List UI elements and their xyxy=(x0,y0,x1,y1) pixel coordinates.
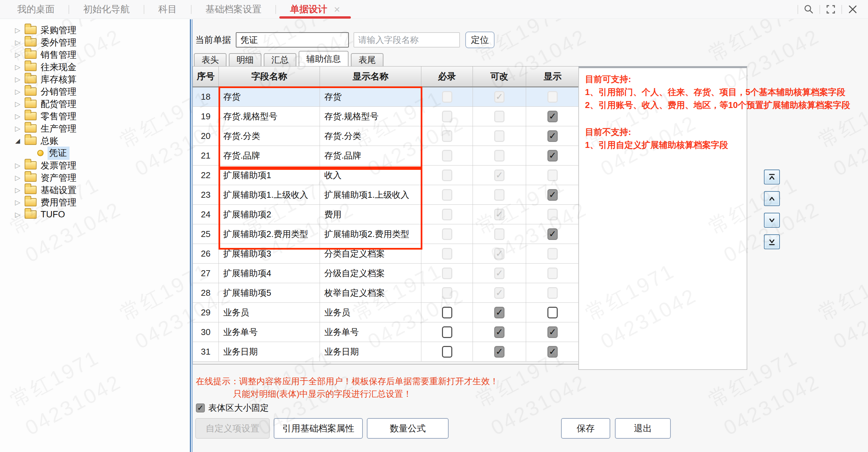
search-icon[interactable] xyxy=(798,0,819,19)
display-name-cell[interactable]: 业务日期 xyxy=(320,342,421,362)
field-name-cell[interactable]: 业务员 xyxy=(219,303,320,322)
sidebar-item-费用管理[interactable]: ▷费用管理 xyxy=(0,196,190,208)
field-search-input[interactable] xyxy=(353,32,460,47)
move-down-button[interactable] xyxy=(764,213,780,228)
save-button[interactable]: 保存 xyxy=(561,418,610,439)
tab-detail-section[interactable]: 明细 xyxy=(229,53,261,66)
visible-checkbox[interactable] xyxy=(548,307,558,318)
fullscreen-icon[interactable] xyxy=(820,0,841,19)
display-name-cell[interactable]: 扩展辅助项2.费用类型 xyxy=(320,224,421,244)
sidebar-item-生产管理[interactable]: ▷生产管理 xyxy=(0,122,190,135)
tab-summary-section[interactable]: 汇总 xyxy=(264,53,296,66)
top-tab-desktop[interactable]: 我的桌面 xyxy=(17,0,68,19)
tree-expand-icon[interactable]: ▷ xyxy=(13,112,23,120)
display-name-cell[interactable]: 分级自定义档案 xyxy=(320,264,421,283)
table-row-19[interactable]: 19存货.规格型号存货.规格型号 xyxy=(193,107,579,126)
top-tab-basic-archive[interactable]: 基础档案设置 xyxy=(191,0,275,19)
tree-expand-icon[interactable]: ▷ xyxy=(13,125,23,133)
field-name-cell[interactable]: 扩展辅助项3 xyxy=(219,244,320,264)
tree-expand-icon[interactable]: ▷ xyxy=(13,198,23,206)
tree-expand-icon[interactable]: ▷ xyxy=(13,75,23,84)
move-to-top-button[interactable] xyxy=(764,169,780,185)
tree-expand-icon[interactable]: ▷ xyxy=(13,51,23,59)
display-name-cell[interactable]: 枚举自定义档案 xyxy=(320,283,421,303)
field-name-cell[interactable]: 存货.分类 xyxy=(219,126,320,146)
visible-checkbox[interactable] xyxy=(548,189,558,201)
table-row-18[interactable]: 18存货存货 xyxy=(193,87,579,107)
editable-checkbox[interactable] xyxy=(494,326,504,338)
sidebar-item-库存核算[interactable]: ▷库存核算 xyxy=(0,73,190,86)
display-name-cell[interactable]: 收入 xyxy=(320,165,421,185)
sidebar-item-资产管理[interactable]: ▷资产管理 xyxy=(0,171,190,184)
sidebar-splitter[interactable] xyxy=(190,19,192,452)
field-name-cell[interactable]: 存货 xyxy=(219,87,320,107)
tab-footer-section[interactable]: 表尾 xyxy=(351,53,383,66)
close-icon[interactable] xyxy=(842,0,863,19)
table-row-23[interactable]: 23扩展辅助项1.上级收入扩展辅助项1.上级收入 xyxy=(193,185,579,205)
required-checkbox[interactable] xyxy=(442,326,452,338)
body-size-fixed-checkbox[interactable]: ✓ xyxy=(196,403,205,413)
sidebar-item-TUFO[interactable]: ▷TUFO xyxy=(0,208,190,221)
display-name-cell[interactable]: 费用 xyxy=(320,205,421,224)
field-name-cell[interactable]: 业务日期 xyxy=(219,342,320,362)
display-name-cell[interactable]: 存货 xyxy=(320,87,421,107)
display-name-cell[interactable]: 业务单号 xyxy=(320,322,421,342)
top-tab-init-nav[interactable]: 初始化导航 xyxy=(69,0,144,19)
editable-checkbox[interactable] xyxy=(494,307,504,318)
table-row-27[interactable]: 27扩展辅助项4分级自定义档案 xyxy=(193,264,579,283)
field-name-cell[interactable]: 扩展辅助项2 xyxy=(219,205,320,224)
field-name-cell[interactable]: 扩展辅助项5 xyxy=(219,283,320,303)
field-name-cell[interactable]: 存货.规格型号 xyxy=(219,107,320,126)
tree-collapse-icon[interactable]: ◢ xyxy=(13,137,23,144)
tree-expand-icon[interactable]: ▷ xyxy=(13,88,23,96)
sidebar-item-凭证[interactable]: 凭证 xyxy=(0,147,190,159)
sidebar-item-总账[interactable]: ◢总账 xyxy=(0,135,190,147)
required-checkbox[interactable] xyxy=(442,346,452,358)
display-name-cell[interactable]: 扩展辅助项1.上级收入 xyxy=(320,185,421,205)
top-tab-subjects[interactable]: 科目 xyxy=(144,0,191,19)
field-name-cell[interactable]: 扩展辅助项4 xyxy=(219,264,320,283)
display-name-cell[interactable]: 存货.分类 xyxy=(320,126,421,146)
sidebar-item-基础设置[interactable]: ▷基础设置 xyxy=(0,184,190,196)
current-doc-input[interactable] xyxy=(236,32,349,47)
custom-item-settings-button[interactable]: 自定义项设置 xyxy=(195,418,270,439)
sidebar-item-发票管理[interactable]: ▷发票管理 xyxy=(0,159,190,171)
tree-expand-icon[interactable]: ▷ xyxy=(13,100,23,108)
table-row-20[interactable]: 20存货.分类存货.分类 xyxy=(193,126,579,146)
sidebar-item-往来现金[interactable]: ▷往来现金 xyxy=(0,61,190,73)
tree-expand-icon[interactable]: ▷ xyxy=(13,211,23,219)
table-row-31[interactable]: 31业务日期业务日期 xyxy=(193,342,579,362)
sidebar-item-分销管理[interactable]: ▷分销管理 xyxy=(0,86,190,98)
sidebar-item-零售管理[interactable]: ▷零售管理 xyxy=(0,110,190,122)
move-to-bottom-button[interactable] xyxy=(764,234,780,249)
field-name-cell[interactable]: 业务单号 xyxy=(219,322,320,342)
field-name-cell[interactable]: 扩展辅助项2.费用类型 xyxy=(219,224,320,244)
ref-basic-archive-button[interactable]: 引用基础档案属性 xyxy=(274,418,363,439)
editable-checkbox[interactable] xyxy=(494,346,504,358)
tab-close-icon[interactable]: × xyxy=(334,3,340,15)
sidebar-item-委外管理[interactable]: ▷委外管理 xyxy=(0,36,190,49)
sidebar-item-销售管理[interactable]: ▷销售管理 xyxy=(0,49,190,61)
display-name-cell[interactable]: 分类自定义档案 xyxy=(320,244,421,264)
visible-checkbox[interactable] xyxy=(548,346,558,358)
exit-button[interactable]: 退出 xyxy=(615,418,671,439)
table-row-29[interactable]: 29业务员业务员 xyxy=(193,303,579,322)
display-name-cell[interactable]: 业务员 xyxy=(320,303,421,322)
sidebar-item-采购管理[interactable]: ▷采购管理 xyxy=(0,24,190,36)
table-row-21[interactable]: 21存货.品牌存货.品牌 xyxy=(193,146,579,165)
table-row-30[interactable]: 30业务单号业务单号 xyxy=(193,322,579,342)
display-name-cell[interactable]: 存货.品牌 xyxy=(320,146,421,165)
visible-checkbox[interactable] xyxy=(548,130,558,142)
visible-checkbox[interactable] xyxy=(548,111,558,122)
tree-expand-icon[interactable]: ▷ xyxy=(13,26,23,34)
table-row-25[interactable]: 25扩展辅助项2.费用类型扩展辅助项2.费用类型 xyxy=(193,224,579,244)
move-up-button[interactable] xyxy=(764,191,780,206)
required-checkbox[interactable] xyxy=(442,307,452,318)
tree-expand-icon[interactable]: ▷ xyxy=(13,174,23,182)
field-name-cell[interactable]: 存货.品牌 xyxy=(219,146,320,165)
tree-expand-icon[interactable]: ▷ xyxy=(13,162,23,169)
tree-expand-icon[interactable]: ▷ xyxy=(13,38,23,46)
tab-aux-info-section[interactable]: 辅助信息 xyxy=(299,51,348,66)
visible-checkbox[interactable] xyxy=(548,150,558,162)
table-row-26[interactable]: 26扩展辅助项3分类自定义档案 xyxy=(193,244,579,264)
